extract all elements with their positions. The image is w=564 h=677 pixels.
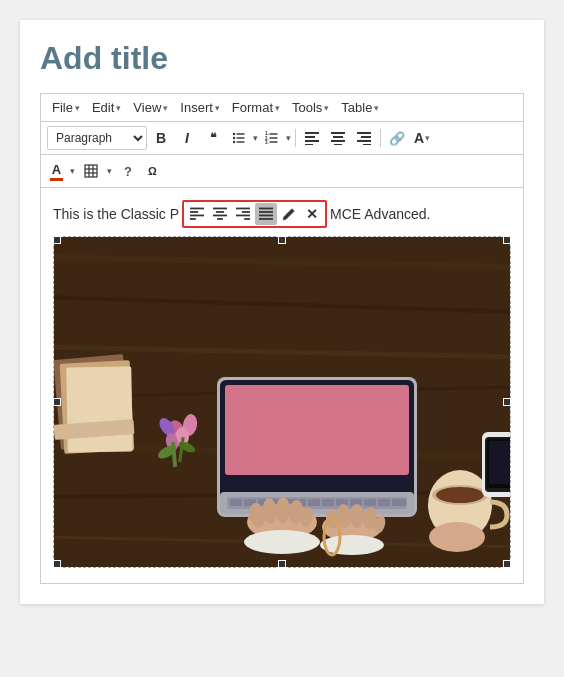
resize-handle-tl[interactable] (53, 236, 61, 244)
svg-point-4 (233, 141, 235, 143)
inline-align-center-button[interactable] (209, 203, 231, 225)
svg-rect-42 (259, 208, 273, 210)
table-button[interactable] (79, 159, 103, 183)
inline-align-right-button[interactable] (232, 203, 254, 225)
page-title: Add title (40, 40, 524, 77)
font-color-button[interactable]: A ▾ (411, 129, 433, 147)
menu-edit[interactable]: Edit ▾ (87, 98, 126, 117)
font-color-2-chevron[interactable]: ▾ (70, 166, 75, 176)
svg-rect-20 (357, 132, 371, 134)
inline-remove-button[interactable]: ✕ (301, 203, 323, 225)
svg-point-97 (320, 535, 384, 555)
resize-handle-tr[interactable] (503, 236, 511, 244)
menu-tools[interactable]: Tools ▾ (287, 98, 334, 117)
resize-handle-bm[interactable] (278, 560, 286, 568)
resize-handle-rm[interactable] (503, 398, 511, 406)
svg-point-101 (436, 487, 484, 503)
svg-rect-13 (305, 136, 315, 138)
menu-view[interactable]: View ▾ (128, 98, 173, 117)
align-center-button[interactable] (326, 126, 350, 150)
menu-bar: File ▾ Edit ▾ View ▾ Insert ▾ Format ▾ T… (41, 94, 523, 122)
resize-handle-tm[interactable] (278, 236, 286, 244)
desk-image (54, 237, 510, 567)
ordered-list-button[interactable]: 1. 2. 3. (260, 126, 284, 150)
svg-rect-34 (213, 208, 227, 210)
resize-handle-br[interactable] (503, 560, 511, 568)
help-button[interactable]: ? (116, 159, 140, 183)
svg-rect-18 (331, 140, 345, 142)
svg-rect-77 (308, 499, 320, 506)
chevron-down-icon: ▾ (116, 103, 121, 113)
svg-rect-19 (334, 144, 342, 145)
bold-button[interactable]: B (149, 126, 173, 150)
italic-button[interactable]: I (175, 126, 199, 150)
svg-rect-30 (190, 208, 204, 210)
unordered-list-button[interactable] (227, 126, 251, 150)
resize-handle-bl[interactable] (53, 560, 61, 568)
menu-file[interactable]: File ▾ (47, 98, 85, 117)
editor-body[interactable]: This is the Classic P (40, 188, 524, 584)
svg-rect-12 (305, 132, 319, 134)
special-chars-button[interactable]: Ω (144, 159, 168, 183)
svg-rect-16 (331, 132, 345, 134)
svg-rect-40 (236, 215, 250, 217)
menu-insert[interactable]: Insert ▾ (175, 98, 225, 117)
svg-point-0 (233, 133, 235, 135)
paragraph-select[interactable]: Paragraph Heading 1 Heading 2 Heading 3 (47, 126, 147, 150)
svg-rect-38 (236, 208, 250, 210)
text-before: This is the Classic P (53, 204, 179, 225)
toolbar-wrapper: File ▾ Edit ▾ View ▾ Insert ▾ Format ▾ T… (40, 93, 524, 188)
svg-rect-36 (213, 215, 227, 217)
svg-point-93 (350, 504, 364, 528)
menu-table[interactable]: Table ▾ (336, 98, 384, 117)
svg-rect-82 (378, 499, 390, 506)
resize-handle-lm[interactable] (53, 398, 61, 406)
align-right-button[interactable] (352, 126, 376, 150)
svg-rect-41 (244, 218, 250, 220)
svg-rect-22 (357, 140, 371, 142)
table-chevron[interactable]: ▾ (107, 166, 112, 176)
svg-rect-81 (364, 499, 376, 506)
svg-rect-39 (242, 211, 250, 213)
svg-rect-31 (190, 211, 198, 213)
list-chevron[interactable]: ▾ (253, 133, 258, 143)
svg-rect-7 (270, 133, 278, 134)
svg-rect-15 (305, 144, 313, 145)
menu-format[interactable]: Format ▾ (227, 98, 285, 117)
inline-align-full-button[interactable] (255, 203, 277, 225)
svg-rect-9 (270, 137, 278, 138)
svg-rect-37 (217, 218, 223, 220)
toolbar-row3: A ▾ ▾ ? Ω (41, 155, 523, 188)
svg-rect-1 (237, 133, 245, 134)
svg-rect-14 (305, 140, 319, 142)
svg-rect-106 (489, 441, 510, 484)
font-color-chevron[interactable]: ▾ (425, 133, 430, 143)
svg-rect-69 (225, 385, 409, 475)
color-underline (50, 178, 63, 181)
ordered-list-chevron[interactable]: ▾ (286, 133, 291, 143)
editor-text-line: This is the Classic P (53, 200, 511, 228)
link-button[interactable]: 🔗 (385, 126, 409, 150)
separator (295, 129, 296, 147)
inline-align-left-button[interactable] (186, 203, 208, 225)
inline-edit-button[interactable] (278, 203, 300, 225)
inline-image-toolbar: ✕ (182, 200, 327, 228)
svg-point-102 (429, 522, 485, 552)
svg-text:3.: 3. (265, 140, 269, 145)
font-color-underline-button[interactable]: A (47, 161, 66, 182)
editor-container: Add title File ▾ Edit ▾ View ▾ Insert ▾ … (20, 20, 544, 604)
svg-rect-11 (270, 141, 278, 142)
svg-point-88 (276, 497, 290, 523)
chevron-down-icon: ▾ (75, 103, 80, 113)
svg-rect-72 (230, 499, 242, 506)
image-placeholder (54, 237, 510, 567)
svg-text:Ω: Ω (148, 165, 157, 177)
align-left-button[interactable] (300, 126, 324, 150)
separator2 (380, 129, 381, 147)
svg-rect-56 (66, 366, 132, 452)
blockquote-button[interactable]: ❝ (201, 126, 225, 150)
image-wrapper (53, 236, 511, 568)
svg-rect-3 (237, 137, 245, 138)
svg-rect-43 (259, 211, 273, 213)
formatting-toolbar: Paragraph Heading 1 Heading 2 Heading 3 … (41, 122, 523, 155)
